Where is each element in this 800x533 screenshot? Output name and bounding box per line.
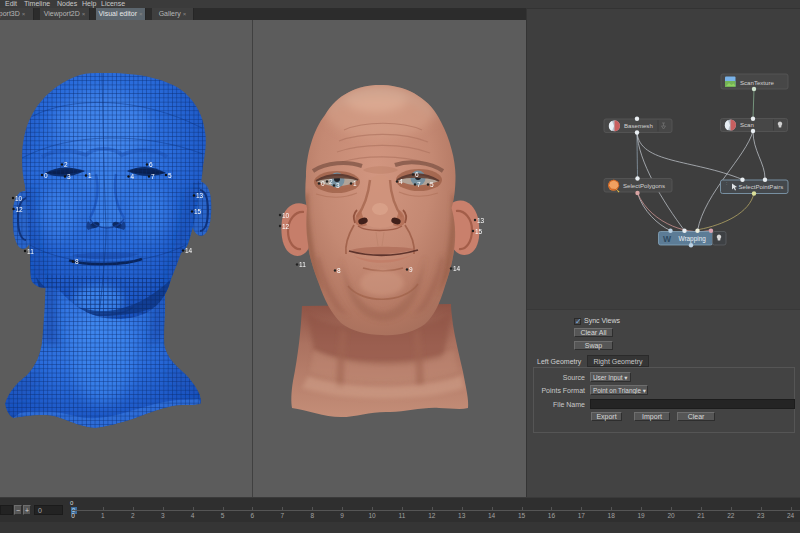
- svg-text:12: 12: [282, 223, 290, 230]
- svg-text:12: 12: [16, 206, 24, 213]
- svg-text:8: 8: [75, 258, 79, 265]
- svg-text:SelectPointPairs: SelectPointPairs: [739, 183, 784, 190]
- svg-text:0: 0: [44, 172, 48, 179]
- svg-text:6: 6: [149, 161, 153, 168]
- svg-text:5: 5: [430, 181, 434, 188]
- svg-text:4: 4: [399, 178, 403, 185]
- svg-text:15: 15: [475, 228, 483, 235]
- svg-text:10: 10: [15, 195, 23, 202]
- svg-text:14: 14: [453, 265, 461, 272]
- svg-text:1: 1: [353, 180, 357, 187]
- svg-text:15: 15: [194, 208, 202, 215]
- svg-text::: :: [726, 180, 727, 186]
- svg-text:2: 2: [64, 161, 68, 168]
- svg-text:9: 9: [409, 266, 413, 273]
- svg-text:10: 10: [282, 212, 290, 219]
- svg-text:Scan: Scan: [740, 121, 754, 128]
- svg-text:8: 8: [337, 267, 341, 274]
- svg-text:5: 5: [168, 172, 172, 179]
- svg-text:W: W: [663, 234, 672, 244]
- svg-text:14: 14: [185, 247, 193, 254]
- svg-text:4: 4: [131, 173, 135, 180]
- svg-text:13: 13: [477, 217, 485, 224]
- svg-text:Wrapping: Wrapping: [679, 235, 707, 243]
- svg-text:6: 6: [415, 171, 419, 178]
- svg-text:2: 2: [329, 178, 333, 185]
- svg-text:0: 0: [321, 180, 325, 187]
- svg-text:11: 11: [299, 261, 306, 268]
- svg-text:11: 11: [27, 248, 34, 255]
- svg-text:3: 3: [336, 182, 340, 189]
- svg-text:13: 13: [196, 192, 204, 199]
- svg-text:SelectPolygons: SelectPolygons: [623, 182, 665, 189]
- svg-text:ScanTexture: ScanTexture: [740, 79, 774, 86]
- svg-text:3: 3: [67, 173, 71, 180]
- svg-text:Basemesh: Basemesh: [624, 122, 653, 129]
- svg-text:7: 7: [151, 173, 155, 180]
- svg-text:7: 7: [417, 181, 421, 188]
- svg-text:1: 1: [88, 172, 92, 179]
